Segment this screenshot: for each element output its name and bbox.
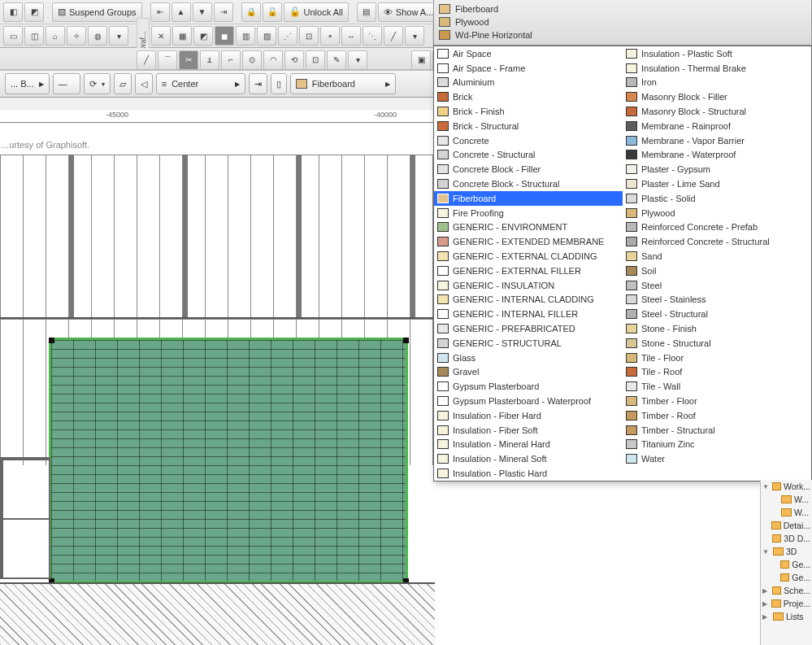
material-item[interactable]: Masonry Block - Structural xyxy=(623,104,811,119)
tool-btn[interactable]: ⇥ xyxy=(249,73,267,94)
material-item[interactable]: GENERIC - PREFABRICATED xyxy=(434,321,623,336)
chevron-down-icon[interactable]: ▾ xyxy=(348,50,367,70)
align-up-icon[interactable]: ▲ xyxy=(172,2,191,22)
selection-handle[interactable] xyxy=(49,338,54,343)
material-item[interactable]: Soil xyxy=(623,264,811,278)
material-item[interactable]: Concrete xyxy=(434,133,623,148)
material-item[interactable]: Membrane - Waterproof xyxy=(623,148,811,163)
chevron-down-icon[interactable]: ▾ xyxy=(109,26,128,46)
tool-btn[interactable]: ◁ xyxy=(135,73,153,94)
tool-icon[interactable]: ◼ xyxy=(215,26,234,46)
tool-icon[interactable]: ⊙ xyxy=(242,50,262,70)
material-item[interactable]: Sand xyxy=(623,249,811,264)
material-item[interactable]: Fire Proofing xyxy=(434,206,623,220)
material-item[interactable]: GENERIC - INTERNAL FILLER xyxy=(434,307,623,321)
tool-icon[interactable]: ▣ xyxy=(411,50,431,70)
material-item[interactable]: Insulation - Fiber Soft xyxy=(434,423,623,438)
navigator-item[interactable]: ▶Lists xyxy=(761,610,812,623)
material-item[interactable]: Insulation - Thermal Brake xyxy=(623,61,811,76)
material-item[interactable]: Gypsum Plasterboard - Waterproof xyxy=(434,394,623,408)
material-item[interactable]: Stone - Structural xyxy=(623,336,811,351)
material-item[interactable]: Tile - Floor xyxy=(623,351,811,365)
material-item[interactable]: Brick - Structural xyxy=(434,119,623,133)
material-item[interactable]: GENERIC - EXTENDED MEMBRANE xyxy=(434,234,623,249)
tool-icon[interactable]: ↔ xyxy=(341,26,361,46)
material-item[interactable]: Timber - Floor xyxy=(623,394,811,408)
material-recent-item[interactable]: Wd-Pine Horizontal xyxy=(439,28,806,41)
material-item[interactable]: GENERIC - EXTERNAL FILLER xyxy=(434,264,623,278)
tool-icon[interactable]: ◩ xyxy=(193,26,213,46)
tool-icon[interactable]: ✧ xyxy=(67,26,86,46)
tool-icon[interactable]: ▨ xyxy=(257,26,276,46)
dropper-icon[interactable]: ✎ xyxy=(327,50,346,70)
material-item[interactable]: Steel xyxy=(623,278,811,293)
navigator-item[interactable]: W... xyxy=(761,493,812,506)
material-item[interactable]: Reinforced Concrete - Structural xyxy=(623,234,811,249)
tool-icon[interactable]: ◧ xyxy=(3,2,23,22)
align-down-icon[interactable]: ▼ xyxy=(193,2,212,22)
tool-icon[interactable]: ⟲ xyxy=(284,50,304,70)
navigator-item[interactable]: ▶Sche... xyxy=(761,584,812,597)
material-item[interactable]: Concrete Block - Filler xyxy=(434,162,623,177)
material-item[interactable]: Gravel xyxy=(434,365,623,380)
rotate-tool[interactable]: ⟳ ▾ xyxy=(84,73,111,94)
material-item[interactable]: Masonry Block - Filler xyxy=(623,89,811,104)
tool-icon[interactable]: ⌐ xyxy=(221,50,241,70)
material-item[interactable]: Gypsum Plasterboard xyxy=(434,379,623,394)
suspend-groups-button[interactable]: ▧ Suspend Groups xyxy=(52,2,142,22)
material-item[interactable]: Plaster - Lime Sand xyxy=(623,177,811,191)
tool-btn[interactable]: ▯ xyxy=(271,73,287,94)
material-dropdown[interactable]: Fiberboard ▶ xyxy=(290,73,396,94)
align-dropdown[interactable]: ≡ Center ▶ xyxy=(156,73,245,94)
tool-icon[interactable]: ⋱ xyxy=(363,26,382,46)
material-recent-item[interactable]: Plywood xyxy=(439,15,806,28)
material-item[interactable]: Titanium Zinc xyxy=(623,438,811,452)
material-item[interactable]: GENERIC - ENVIRONMENT xyxy=(434,220,623,235)
material-item[interactable]: Tile - Roof xyxy=(623,365,811,380)
material-item[interactable]: Steel - Stainless xyxy=(623,293,811,307)
layers-icon[interactable]: ▤ xyxy=(357,2,376,22)
material-item[interactable]: Concrete Block - Structural xyxy=(434,177,623,191)
material-item[interactable]: Insulation - Plastic Soft xyxy=(623,46,811,61)
material-item[interactable]: Tile - Wall xyxy=(623,379,811,394)
material-item[interactable]: Membrane - Vapor Barrier xyxy=(623,133,811,148)
material-item[interactable]: Water xyxy=(623,451,811,466)
material-item[interactable]: GENERIC - STRUCTURAL xyxy=(434,336,623,351)
material-item[interactable]: Fiberboard xyxy=(434,191,623,206)
material-item[interactable]: Insulation - Mineral Soft xyxy=(434,451,623,466)
tool-icon[interactable]: ╱ xyxy=(384,26,403,46)
tool-icon[interactable]: ◩ xyxy=(24,2,44,22)
align-left-icon[interactable]: ⇤ xyxy=(150,2,170,22)
material-item[interactable]: Timber - Roof xyxy=(623,408,811,423)
tool-btn[interactable]: ▱ xyxy=(114,73,132,94)
material-item[interactable]: Insulation - Plastic Hard xyxy=(434,466,623,481)
tool-icon[interactable]: ▥ xyxy=(236,26,255,46)
material-item[interactable]: Plaster - Gypsum xyxy=(623,162,811,177)
material-item[interactable]: Glass xyxy=(434,351,623,365)
material-item[interactable]: Brick - Finish xyxy=(434,104,623,119)
material-item[interactable]: Brick xyxy=(434,89,623,104)
tool-icon[interactable]: ▭ xyxy=(3,26,23,46)
material-item[interactable]: Plastic - Solid xyxy=(623,191,811,206)
material-item[interactable]: Timber - Structural xyxy=(623,423,811,438)
show-all-button[interactable]: 👁 Show A... xyxy=(378,2,439,22)
navigator-item[interactable]: Detai... xyxy=(761,519,812,532)
navigator-item[interactable]: ▼3D xyxy=(761,545,812,558)
selected-wall[interactable] xyxy=(51,340,406,581)
align-right-icon[interactable]: ⇥ xyxy=(214,2,233,22)
tool-icon[interactable]: ⊡ xyxy=(306,50,325,70)
layer-dropdown[interactable]: ... B... ▶ xyxy=(5,73,50,94)
grid-icon[interactable]: ▦ xyxy=(172,26,192,46)
material-item[interactable]: Steel - Structural xyxy=(623,307,811,321)
navigator-item[interactable]: Ge... xyxy=(761,571,812,584)
navigator-item[interactable]: W... xyxy=(761,506,812,519)
unlock-all-button[interactable]: 🔓 Unlock All xyxy=(284,2,349,22)
material-item[interactable]: GENERIC - INSULATION xyxy=(434,278,623,293)
lock-icon[interactable]: 🔒 xyxy=(241,2,261,22)
material-item[interactable]: Air Space xyxy=(434,46,623,61)
tool-icon[interactable]: ◫ xyxy=(24,26,44,46)
tool-icon[interactable]: ✂ xyxy=(179,50,198,70)
material-item[interactable]: GENERIC - INTERNAL CLADDING xyxy=(434,293,623,307)
navigator-item[interactable]: Ge... xyxy=(761,558,812,571)
material-item[interactable]: Insulation - Mineral Hard xyxy=(434,438,623,452)
